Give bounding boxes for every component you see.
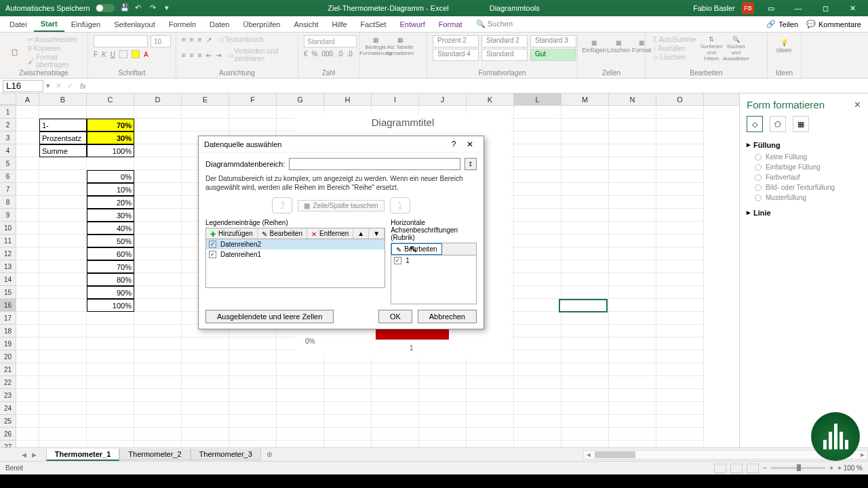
thousands-icon[interactable]: 000 [321, 50, 333, 58]
cell-N12[interactable] [609, 247, 656, 260]
cell-H21[interactable] [324, 363, 372, 376]
cell-B13[interactable] [39, 260, 87, 273]
line-section-header[interactable]: ▸ Linie [747, 208, 861, 217]
find-select-button[interactable]: 🔍Suchen und Auswählen [725, 38, 747, 60]
cell-H26[interactable] [324, 428, 372, 441]
accept-formula-icon[interactable]: ✓ [64, 81, 76, 90]
cell-D3[interactable] [134, 131, 182, 144]
cell-L21[interactable] [514, 363, 561, 376]
copy-button[interactable]: ⎘ Kopieren [26, 44, 82, 53]
cell-G21[interactable] [277, 363, 324, 376]
cell-N25[interactable] [609, 415, 656, 428]
redo-icon[interactable]: ↷ [150, 3, 159, 13]
cell-B1[interactable] [39, 106, 87, 119]
remove-series-button[interactable]: ✕Entfernen [307, 228, 353, 239]
orientation-icon[interactable]: ↗ [206, 36, 212, 43]
cell-G23[interactable] [277, 389, 324, 402]
cell-N5[interactable] [609, 157, 656, 170]
ideas-button[interactable]: 💡Ideen [773, 35, 795, 57]
fill-section-header[interactable]: ▸ Füllung [747, 140, 861, 149]
fill-option-3[interactable]: Bild- oder Texturfüllung [755, 184, 861, 191]
col-header-I[interactable]: I [372, 94, 419, 105]
italic-button[interactable]: K [102, 51, 106, 58]
align-center-icon[interactable]: ≡ [190, 52, 194, 59]
cell-C26[interactable] [87, 428, 134, 441]
row-header-13[interactable]: 13 [0, 260, 16, 273]
tab-einfuegen[interactable]: Einfügen [64, 18, 107, 31]
cell-C24[interactable] [87, 402, 134, 415]
cell-A27[interactable] [16, 441, 39, 447]
cell-M11[interactable] [561, 235, 609, 247]
cell-L23[interactable] [514, 389, 561, 402]
cell-N2[interactable] [609, 119, 656, 131]
cell-M3[interactable] [561, 131, 609, 144]
autosave-toggle[interactable] [96, 4, 115, 12]
row-header-18[interactable]: 18 [0, 325, 16, 338]
cell-D25[interactable] [134, 415, 182, 428]
cell-A21[interactable] [16, 363, 39, 376]
col-header-L[interactable]: L [514, 94, 561, 105]
cell-L2[interactable] [514, 119, 561, 131]
collapse-dialog-icon[interactable]: ↥ [465, 158, 477, 170]
col-header-M[interactable]: M [561, 94, 609, 105]
row-header-23[interactable]: 23 [0, 389, 16, 402]
cell-C5[interactable] [87, 157, 134, 170]
cell-M12[interactable] [561, 247, 609, 260]
cell-C18[interactable] [87, 325, 134, 338]
cell-O25[interactable] [656, 415, 704, 428]
cell-A4[interactable] [16, 144, 39, 157]
format-painter-button[interactable]: 🖌 Format übertragen [26, 53, 82, 69]
cell-F21[interactable] [229, 363, 277, 376]
scroll-thumb[interactable] [595, 451, 635, 458]
cancel-button[interactable]: Abbrechen [418, 310, 477, 323]
cell-I24[interactable] [372, 402, 419, 415]
cell-A5[interactable] [16, 157, 39, 170]
sheet-tab-1[interactable]: Thermometer_1 [46, 449, 120, 461]
cell-H27[interactable] [324, 441, 372, 447]
cell-B8[interactable] [39, 196, 87, 209]
cell-A6[interactable] [16, 170, 39, 183]
cell-J26[interactable] [419, 428, 467, 441]
cell-O4[interactable] [656, 144, 704, 157]
fx-button[interactable]: fx [76, 82, 90, 90]
cell-I27[interactable] [372, 441, 419, 447]
scroll-right-icon[interactable]: ► [858, 451, 867, 458]
col-header-N[interactable]: N [609, 94, 656, 105]
page-layout-view-icon[interactable] [730, 464, 743, 473]
cell-D12[interactable] [134, 247, 182, 260]
cell-N27[interactable] [609, 441, 656, 447]
cell-L12[interactable] [514, 247, 561, 260]
move-down-icon[interactable]: ▼ [369, 228, 384, 239]
cell-D20[interactable] [134, 350, 182, 363]
font-size-dropdown[interactable] [151, 35, 171, 47]
row-header-22[interactable]: 22 [0, 376, 16, 389]
selected-cell[interactable] [559, 299, 608, 312]
cell-C15[interactable]: 90% [87, 286, 134, 299]
cell-O13[interactable] [656, 260, 704, 273]
align-mid-icon[interactable]: ≡ [190, 36, 194, 43]
cell-O5[interactable] [656, 157, 704, 170]
fill-button[interactable]: ↓ Ausfüllen [651, 44, 698, 53]
cell-A26[interactable] [16, 428, 39, 441]
cell-K24[interactable] [467, 402, 514, 415]
user-avatar[interactable]: FB [742, 2, 754, 14]
cell-N16[interactable] [609, 299, 656, 312]
cell-I21[interactable] [372, 363, 419, 376]
cell-L4[interactable] [514, 144, 561, 157]
cell-L15[interactable] [514, 286, 561, 299]
cell-L17[interactable] [514, 312, 561, 325]
sort-filter-button[interactable]: ⇅Sortieren und Filtern [701, 38, 722, 60]
cell-A25[interactable] [16, 415, 39, 428]
cell-N10[interactable] [609, 222, 656, 235]
cell-E20[interactable] [182, 350, 229, 363]
percent-icon[interactable]: % [312, 50, 318, 58]
style-standard3[interactable]: Standard 3 [530, 35, 576, 47]
row-header-11[interactable]: 11 [0, 235, 16, 247]
cell-A20[interactable] [16, 350, 39, 363]
cell-L14[interactable] [514, 273, 561, 286]
category-list[interactable]: ✓1 [391, 256, 477, 304]
wrap-text-button[interactable]: ▭ Textumbruch [216, 35, 266, 44]
share-button[interactable]: 🔗 Teilen [766, 20, 798, 28]
cell-O20[interactable] [656, 350, 704, 363]
name-box[interactable] [3, 80, 43, 92]
